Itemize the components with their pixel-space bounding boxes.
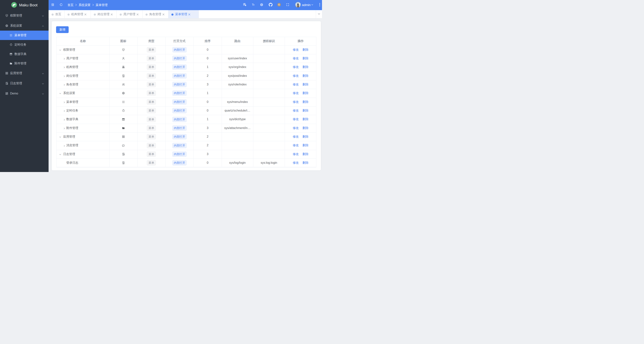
svg-text:G: G — [278, 4, 280, 6]
